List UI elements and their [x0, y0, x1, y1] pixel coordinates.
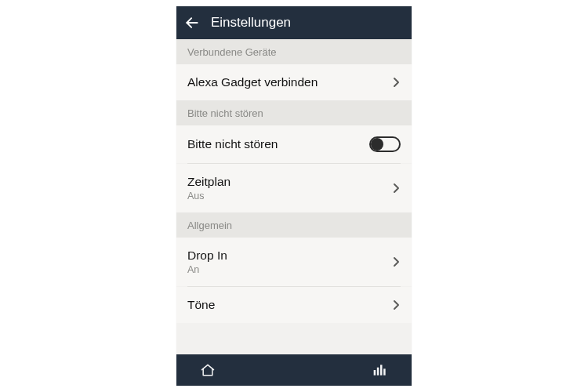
- row-tones[interactable]: Töne: [176, 287, 412, 323]
- row-connect-gadget[interactable]: Alexa Gadget verbinden: [176, 64, 412, 100]
- svg-rect-4: [383, 368, 386, 375]
- section-header-connected: Verbundene Geräte: [176, 39, 412, 64]
- bottom-nav: [176, 354, 412, 386]
- chevron-right-icon: [393, 256, 401, 267]
- chevron-right-icon: [393, 77, 401, 88]
- page-title: Einstellungen: [211, 15, 291, 31]
- back-icon[interactable]: [184, 15, 200, 31]
- row-label: Alexa Gadget verbinden: [187, 75, 318, 89]
- row-sublabel: An: [187, 264, 227, 275]
- svg-rect-3: [380, 365, 383, 375]
- home-icon[interactable]: [192, 362, 223, 378]
- section-header-dnd: Bitte nicht stören: [176, 100, 412, 125]
- svg-rect-1: [374, 370, 376, 376]
- row-label: Töne: [187, 298, 215, 312]
- row-schedule[interactable]: Zeitplan Aus: [176, 164, 412, 212]
- content-scroll[interactable]: Verbundene Geräte Alexa Gadget verbinden…: [176, 39, 412, 354]
- equalizer-icon[interactable]: [365, 362, 396, 378]
- row-dropin[interactable]: Drop In An: [176, 238, 412, 286]
- row-sublabel: Aus: [187, 191, 230, 201]
- toggle-knob: [371, 138, 383, 151]
- row-label: Drop In: [187, 249, 227, 263]
- settings-screen: Einstellungen Verbundene Geräte Alexa Ga…: [176, 6, 412, 386]
- row-label: Zeitplan: [187, 175, 230, 189]
- section-header-general: Allgemein: [176, 212, 412, 238]
- chevron-right-icon: [393, 183, 401, 194]
- row-label: Bitte nicht stören: [187, 137, 278, 151]
- row-dnd-toggle[interactable]: Bitte nicht stören: [176, 125, 412, 163]
- svg-rect-2: [377, 368, 379, 376]
- chevron-right-icon: [393, 299, 401, 310]
- dnd-toggle[interactable]: [369, 136, 401, 152]
- header-bar: Einstellungen: [176, 6, 412, 39]
